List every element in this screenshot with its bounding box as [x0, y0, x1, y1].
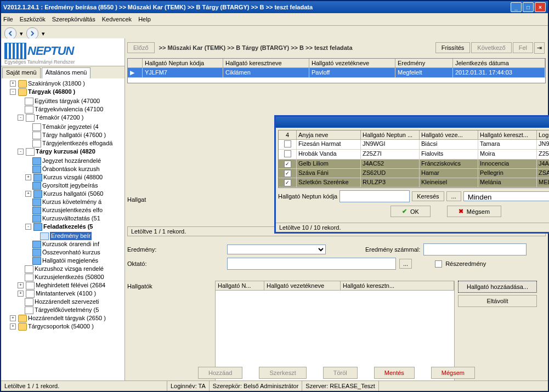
tree-node[interactable]: Kurzusjelentkezés (50800: [35, 273, 104, 281]
tree-node[interactable]: Tárgyak (46800 ): [28, 88, 75, 96]
tree-node[interactable]: Tárgyekvivalencia (47100: [35, 105, 103, 113]
up-button[interactable]: Fel: [513, 42, 533, 53]
col-header[interactable]: Eredmény: [395, 59, 453, 68]
prev-button[interactable]: Előző: [127, 42, 155, 53]
row-checkbox[interactable]: [284, 150, 291, 157]
tree-node[interactable]: Témakör (47200 ): [36, 113, 83, 122]
tree-node[interactable]: Gyorsított jegybeírás: [42, 181, 98, 190]
nav-back-drop-icon[interactable]: ▾: [20, 30, 23, 37]
tree-node[interactable]: Kurzus hallgatói (5060: [43, 190, 103, 198]
table-row[interactable]: Hrobák VandaZ25Z7IFialovitsMoiraZ25Z7I: [279, 150, 549, 160]
col-header[interactable]: Login név: [537, 130, 549, 140]
col-header[interactable]: Hallgató veze...: [420, 130, 478, 140]
table-row[interactable]: ▶ YJLFM7 Ciklámen Pavloff Megfelelt 2012…: [128, 68, 545, 78]
table-row[interactable]: ✓Száva FániZS62UDHamarPellegrinZSA: [279, 169, 549, 178]
nav-fwd-button[interactable]: [26, 27, 38, 39]
tree-node[interactable]: Mintatantervek (4100 ): [36, 289, 96, 298]
modal-ok-button[interactable]: ✔OK: [390, 206, 431, 217]
remove-student-button[interactable]: Eltávolít: [458, 295, 537, 307]
tab-general-menu[interactable]: Általános menü: [42, 67, 91, 78]
tree-node[interactable]: Kurzusok órarendi inf: [42, 240, 99, 248]
tree-node[interactable]: Kurzus követelmény á: [42, 198, 101, 206]
tree-node[interactable]: Tárgy hallgatói (47600 ): [42, 131, 106, 139]
maximize-button[interactable]: □: [523, 2, 534, 12]
col-header[interactable]: Hallgató kereszt...: [478, 130, 537, 140]
tree-node[interactable]: Órabontások kurzush: [42, 165, 100, 173]
tree-node[interactable]: Tárgy kurzusai (4820: [36, 147, 95, 156]
collapse-icon[interactable]: -: [10, 89, 16, 95]
pin-icon[interactable]: ⇥: [534, 42, 545, 54]
col-header[interactable]: Hallgató Neptun kódja: [143, 59, 223, 68]
tree-node[interactable]: Kurzushoz vizsga rendelé: [35, 265, 104, 273]
menu-tools[interactable]: Eszközök: [20, 16, 46, 22]
tree-node[interactable]: Hallgatói megjelenés: [42, 257, 98, 265]
col-header[interactable]: Hallgató vezetékneve: [264, 281, 341, 291]
menu-file[interactable]: File: [3, 16, 13, 22]
table-row[interactable]: ✓Gelb LiliomJ4AC52FráncziskovicsInnocenc…: [279, 160, 549, 169]
expand-icon[interactable]: +: [10, 315, 16, 321]
tree-node[interactable]: Feladatkezelés (5: [43, 223, 93, 231]
modal-search-button[interactable]: Keresés: [412, 191, 444, 201]
eredmeny-select[interactable]: [227, 245, 326, 254]
expand-icon[interactable]: +: [18, 282, 24, 288]
tree-node[interactable]: Összevonható kurzus: [42, 248, 100, 257]
tree-node[interactable]: Kurzusjelentkezés elfo: [42, 206, 103, 214]
save-button[interactable]: Mentés: [374, 367, 415, 379]
tree-node[interactable]: Tárgyjelentkezés elfogadá: [42, 139, 112, 147]
table-row[interactable]: ✓Szletkón SzerénkeRULZP3KleineiselMeláni…: [279, 178, 549, 188]
main-grid[interactable]: Hallgató Neptun kódja Hallgató keresztne…: [127, 58, 546, 83]
col-header[interactable]: Hallgató Neptun ...: [361, 130, 420, 140]
tree-node-selected[interactable]: Eredmény beír: [50, 232, 92, 240]
tree-node[interactable]: Meghirdetett félévei (2684: [36, 281, 105, 289]
next-button[interactable]: Következő: [471, 42, 511, 53]
tree-node[interactable]: Együttes tárgyak (47000: [35, 97, 100, 105]
close-button[interactable]: ×: [535, 2, 546, 12]
tree-node[interactable]: Tárgyelőkövetelmény (5: [35, 306, 99, 314]
modal-dots-button[interactable]: ...: [446, 191, 461, 201]
table-row[interactable]: Fizesán HarmatJN9WGIBiácsiTamaraJN9WGI: [279, 140, 549, 150]
expand-icon[interactable]: +: [18, 291, 24, 297]
row-checkbox[interactable]: ✓: [284, 161, 291, 168]
modal-cancel-button[interactable]: ✖Mégsem: [447, 206, 501, 217]
row-checkbox[interactable]: ✓: [284, 170, 291, 177]
col-header[interactable]: Hallgató keresztneve: [223, 59, 309, 68]
expand-icon[interactable]: +: [25, 174, 31, 180]
col-header[interactable]: Hallgató N...: [216, 281, 264, 291]
collapse-icon[interactable]: -: [18, 115, 24, 121]
col-header[interactable]: Hallgató vezetékneve: [309, 59, 395, 68]
menu-fav[interactable]: Kedvencek: [102, 16, 132, 22]
col-header[interactable]: Anyja neve: [297, 130, 361, 140]
edit-button[interactable]: Szerkeszt: [259, 367, 306, 379]
collapse-icon[interactable]: -: [18, 149, 24, 155]
col-header[interactable]: Jelentkezés dátuma: [453, 59, 545, 68]
modal-grid[interactable]: 4 Anyja neve Hallgató Neptun ... Hallgat…: [278, 130, 549, 188]
col-header[interactable]: Hallgató keresztn...: [341, 281, 454, 291]
delete-button[interactable]: Töröl: [323, 367, 358, 379]
cancel-button[interactable]: Mégsem: [431, 367, 475, 379]
oktato-browse-button[interactable]: ...: [399, 259, 412, 269]
add-button[interactable]: Hozzáad: [198, 367, 242, 379]
tree-node[interactable]: Témakör jegyzetei (4: [42, 123, 99, 131]
reszerdmeny-checkbox[interactable]: [435, 260, 442, 268]
nav-back-button[interactable]: [4, 27, 16, 39]
tree-node[interactable]: Szakirányok (31800 ): [28, 79, 85, 88]
tree-node[interactable]: Hozzárendelt szervezeti: [35, 298, 99, 306]
oktato-input[interactable]: [227, 258, 396, 270]
nav-fwd-drop-icon[interactable]: ▾: [42, 30, 45, 37]
minimize-button[interactable]: _: [511, 2, 522, 12]
szammal-input[interactable]: [423, 243, 527, 255]
modal-filter-input[interactable]: [339, 190, 410, 202]
expand-icon[interactable]: +: [10, 81, 16, 87]
row-checkbox[interactable]: [284, 140, 291, 147]
tree-node[interactable]: Jegyzet hozzárendelé: [42, 157, 101, 165]
tree-node[interactable]: Tárgycsoportok (54000 ): [28, 322, 94, 331]
refresh-button[interactable]: Frissítés: [435, 42, 471, 53]
row-checkbox[interactable]: ✓: [284, 179, 291, 186]
expand-icon[interactable]: +: [10, 323, 16, 329]
tree-node[interactable]: Kurzus vizsgái (48800: [43, 173, 103, 181]
collapse-icon[interactable]: -: [25, 224, 31, 230]
tree-node[interactable]: Hozzárendelt tárgyak (2650 ): [28, 314, 106, 322]
menu-roles[interactable]: Szerepkörváltás: [52, 16, 95, 22]
menu-help[interactable]: Help: [138, 16, 151, 22]
add-student-button[interactable]: Hallgató hozzáadása...: [458, 281, 537, 293]
